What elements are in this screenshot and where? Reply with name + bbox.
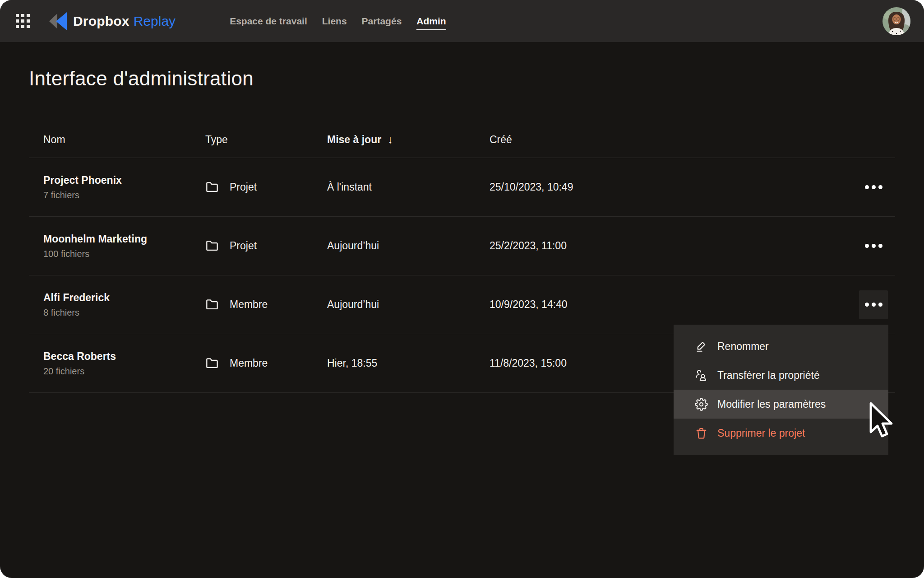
row-updated: Aujourd’hui bbox=[327, 240, 490, 252]
menu-item-label: Modifier les paramètres bbox=[717, 398, 826, 410]
menu-item-renommer[interactable]: Renommer bbox=[674, 332, 888, 361]
primary-nav: Espace de travail Liens Partagés Admin bbox=[230, 12, 446, 30]
nav-item-liens[interactable]: Liens bbox=[322, 12, 347, 30]
user-avatar[interactable] bbox=[882, 7, 910, 35]
row-created: 10/9/2023, 14:40 bbox=[490, 298, 852, 311]
row-file-count: 20 fichiers bbox=[43, 366, 205, 377]
row-actions-context-menu: Renommer Transférer la propriété Mod bbox=[674, 325, 888, 455]
row-name: Alfi Frederick bbox=[43, 292, 205, 304]
row-created: 25/10/2023, 10:49 bbox=[490, 181, 852, 193]
dropbox-replay-logo[interactable]: Dropbox Replay bbox=[48, 12, 176, 31]
folder-icon bbox=[205, 181, 219, 193]
page-title: Interface d'administration bbox=[29, 65, 895, 93]
pencil-icon bbox=[695, 340, 708, 353]
column-header-mise-a-jour-label: Mise à jour bbox=[327, 134, 381, 146]
trash-icon bbox=[695, 427, 708, 440]
column-header-nom[interactable]: Nom bbox=[29, 134, 205, 146]
table-header-row: Nom Type Mise à jour ↓ Créé bbox=[29, 93, 895, 158]
menu-item-supprimer-le-projet[interactable]: Supprimer le projet bbox=[674, 419, 888, 447]
row-type: Membre bbox=[230, 357, 268, 369]
column-header-type[interactable]: Type bbox=[205, 134, 327, 146]
row-type: Membre bbox=[230, 298, 268, 311]
row-file-count: 7 fichiers bbox=[43, 190, 205, 200]
menu-item-transferer-la-propriete[interactable]: Transférer la propriété bbox=[674, 361, 888, 390]
row-name: Becca Roberts bbox=[43, 350, 205, 363]
nav-item-admin[interactable]: Admin bbox=[416, 12, 446, 30]
row-updated: À l'instant bbox=[327, 181, 490, 193]
row-type: Projet bbox=[230, 181, 257, 193]
column-header-mise-a-jour[interactable]: Mise à jour ↓ bbox=[327, 133, 490, 146]
nav-item-partages[interactable]: Partagés bbox=[362, 12, 402, 30]
table-row[interactable]: Project Phoenix 7 fichiers Projet À l'in… bbox=[29, 158, 895, 217]
top-navigation-bar: Dropbox Replay Espace de travail Liens P… bbox=[0, 0, 924, 42]
dropbox-replay-admin-window: Dropbox Replay Espace de travail Liens P… bbox=[0, 0, 924, 578]
row-name: Moonhelm Marketing bbox=[43, 233, 205, 245]
row-updated: Hier, 18:55 bbox=[327, 357, 490, 369]
folder-icon bbox=[205, 357, 219, 369]
menu-item-label: Renommer bbox=[717, 340, 769, 353]
menu-item-modifier-les-parametres[interactable]: Modifier les paramètres bbox=[674, 390, 888, 419]
row-type: Projet bbox=[230, 240, 257, 252]
menu-item-label: Transférer la propriété bbox=[717, 369, 820, 382]
menu-item-label: Supprimer le projet bbox=[717, 427, 805, 439]
row-actions-ellipsis-button-active[interactable] bbox=[859, 290, 888, 319]
row-actions-ellipsis-button[interactable] bbox=[859, 232, 888, 261]
apps-grid-icon[interactable] bbox=[16, 14, 30, 28]
row-actions-ellipsis-button[interactable] bbox=[859, 173, 888, 202]
row-created: 25/2/2023, 11:00 bbox=[490, 240, 852, 252]
row-updated: Aujourd’hui bbox=[327, 298, 490, 311]
row-file-count: 100 fichiers bbox=[43, 249, 205, 259]
row-file-count: 8 fichiers bbox=[43, 308, 205, 318]
gear-icon bbox=[695, 398, 708, 411]
nav-item-espace-de-travail[interactable]: Espace de travail bbox=[230, 12, 307, 30]
replay-rewind-icon bbox=[48, 12, 68, 31]
transfer-ownership-icon bbox=[695, 369, 708, 382]
logo-product-text: Replay bbox=[134, 14, 176, 29]
logo-brand-text: Dropbox bbox=[73, 14, 129, 29]
table-row[interactable]: Moonhelm Marketing 100 fichiers Projet A… bbox=[29, 217, 895, 275]
folder-icon bbox=[205, 240, 219, 252]
folder-icon bbox=[205, 298, 219, 311]
sort-arrow-down-icon: ↓ bbox=[388, 133, 393, 146]
row-name: Project Phoenix bbox=[43, 174, 205, 186]
column-header-cree[interactable]: Créé bbox=[490, 134, 852, 146]
